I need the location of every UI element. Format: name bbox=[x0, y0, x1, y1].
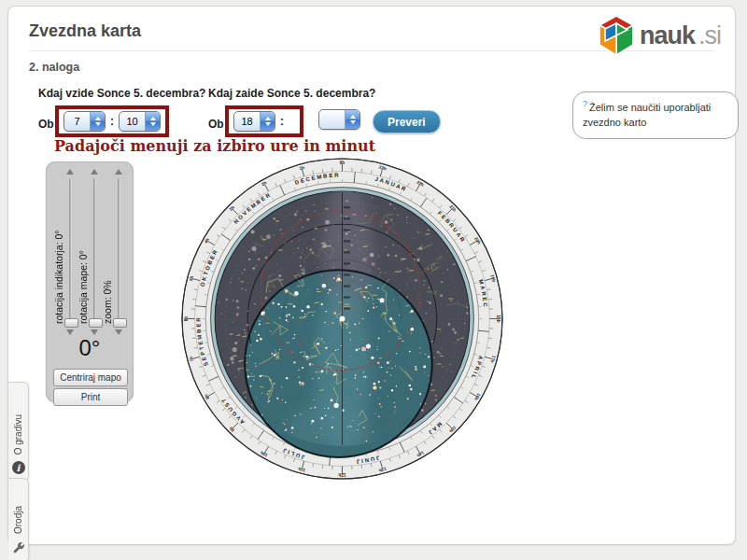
task-label: 2. naloga bbox=[29, 61, 79, 74]
annotation-caption: Padajoči menuji za izbiro ure in minut bbox=[54, 137, 375, 155]
stepper-arrows-icon bbox=[345, 110, 359, 129]
help-link-text: Želim se naučiti uporabljati zvezdno kar… bbox=[583, 102, 711, 129]
check-button[interactable]: Preveri bbox=[373, 110, 441, 133]
nauk-logo[interactable]: nauk.si bbox=[597, 14, 721, 57]
svg-text:6h: 6h bbox=[184, 316, 189, 322]
info-icon: i bbox=[12, 461, 25, 474]
planisphere-star-chart[interactable]: 0h1h2h3h4h5h6h7h8h9h10h11h12h13h14h15h16… bbox=[181, 158, 503, 480]
ob-label-1: Ob bbox=[38, 118, 54, 131]
sunrise-minute-select[interactable]: 10 bbox=[119, 111, 161, 132]
stepper-arrows-icon bbox=[90, 112, 105, 131]
svg-text:18h: 18h bbox=[496, 315, 500, 323]
ob-label-2: Ob bbox=[208, 118, 224, 131]
help-link-box[interactable]: ?Želim se naučiti uporabljati zvezdno ka… bbox=[572, 91, 739, 139]
sunset-hour-select[interactable]: 18 bbox=[233, 111, 275, 132]
annotation-box-sunset: 18 : bbox=[225, 105, 303, 137]
rotation-value: 0° bbox=[46, 335, 134, 361]
tab-label: O gradivu bbox=[13, 414, 23, 455]
print-button[interactable]: Print bbox=[53, 388, 128, 406]
logo-text: nauk bbox=[640, 21, 695, 50]
stepper-arrows-icon bbox=[260, 112, 275, 131]
slider1-label: rotacija indikatorja: 0° bbox=[53, 176, 66, 324]
page-title: Zvezdna karta bbox=[29, 21, 141, 41]
logo-tld: .si bbox=[698, 21, 721, 50]
center-map-button[interactable]: Centriraj mapo bbox=[53, 369, 128, 386]
slider3-up-icon[interactable] bbox=[115, 169, 122, 175]
slider2-label: rotacija mape: 0° bbox=[78, 176, 91, 324]
slider2-track[interactable] bbox=[93, 178, 96, 326]
planisphere-svg: 0h1h2h3h4h5h6h7h8h9h10h11h12h13h14h15h16… bbox=[181, 158, 503, 480]
map-control-panel: rotacija indikatorja: 0° rotacija mape: … bbox=[46, 161, 134, 402]
slider3-track[interactable] bbox=[118, 178, 120, 326]
sunset-minute-select[interactable] bbox=[318, 109, 360, 130]
slider3-label: zoom: 0% bbox=[102, 176, 115, 324]
annotation-box-sunrise: 7 : 10 bbox=[55, 105, 169, 137]
question-sunset: Kdaj zaide Sonce 5. decembra? bbox=[208, 87, 375, 100]
svg-text:12h: 12h bbox=[338, 472, 345, 477]
question-sunrise: Kdaj vzide Sonce 5. decembra? bbox=[38, 87, 205, 100]
sidebar-tab-o-gradivu[interactable]: O gradivu i bbox=[8, 382, 29, 482]
slider2-up-icon[interactable] bbox=[91, 169, 98, 175]
slider2-thumb[interactable] bbox=[89, 318, 103, 328]
stepper-arrows-icon bbox=[145, 112, 160, 131]
slider1-thumb[interactable] bbox=[64, 318, 78, 328]
tab-label: Orodja bbox=[13, 506, 23, 534]
slider1-track[interactable] bbox=[69, 178, 72, 326]
wrench-icon bbox=[11, 540, 26, 555]
slider3-thumb[interactable] bbox=[113, 318, 127, 328]
slider1-up-icon[interactable] bbox=[66, 169, 74, 175]
question-mark-icon: ? bbox=[583, 99, 587, 108]
content-card: Zvezdna karta 2. naloga nauk.si Kdaj vzi… bbox=[7, 6, 736, 545]
nauk-logo-icon bbox=[597, 14, 636, 57]
svg-text:0h: 0h bbox=[340, 161, 345, 165]
sidebar-tab-orodja[interactable]: Orodja bbox=[8, 478, 29, 560]
sunrise-hour-select[interactable]: 7 bbox=[63, 111, 106, 132]
